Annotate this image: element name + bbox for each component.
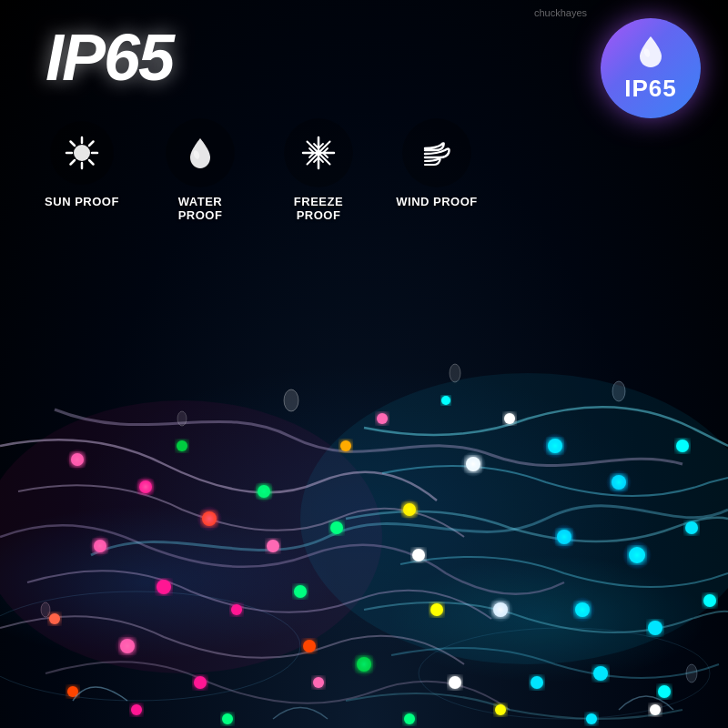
ip65-badge-text: IP65 xyxy=(624,75,677,103)
wind-icon xyxy=(418,134,456,172)
svg-point-57 xyxy=(504,413,515,424)
svg-line-80 xyxy=(71,160,76,165)
svg-line-79 xyxy=(89,142,94,147)
svg-point-58 xyxy=(313,677,324,688)
svg-line-77 xyxy=(71,142,76,147)
svg-point-33 xyxy=(460,451,486,477)
feature-water-label: WATER PROOF xyxy=(155,195,246,222)
svg-point-39 xyxy=(542,433,568,459)
svg-point-19 xyxy=(231,604,242,615)
svg-point-11 xyxy=(89,535,111,557)
feature-wind-label: WIND PROOF xyxy=(396,195,478,208)
svg-point-66 xyxy=(450,364,460,382)
feature-circle-sun xyxy=(47,118,116,187)
feature-freeze-label: FREEZE PROOF xyxy=(273,195,364,222)
svg-point-9 xyxy=(197,506,222,531)
svg-point-24 xyxy=(177,440,187,451)
svg-point-34 xyxy=(412,549,425,561)
svg-point-31 xyxy=(430,603,443,616)
ip65-badge: IP65 xyxy=(601,18,701,118)
svg-point-27 xyxy=(351,652,377,677)
feature-freeze: FREEZE PROOF xyxy=(273,118,364,222)
svg-point-20 xyxy=(303,640,316,652)
svg-point-49 xyxy=(570,597,595,622)
feature-circle-freeze xyxy=(284,118,353,187)
top-area: IP65 chuckhayes IP65 xyxy=(0,0,728,264)
svg-point-50 xyxy=(648,621,662,635)
svg-point-41 xyxy=(606,470,632,495)
snowflake-icon xyxy=(299,134,338,172)
watermark: chuckhayes xyxy=(534,7,587,18)
feature-circle-water xyxy=(166,118,235,187)
svg-point-64 xyxy=(222,713,233,724)
svg-line-78 xyxy=(89,160,94,165)
svg-point-30 xyxy=(340,440,351,451)
svg-point-59 xyxy=(404,713,415,724)
svg-point-53 xyxy=(658,685,671,698)
svg-point-68 xyxy=(177,411,187,426)
svg-point-56 xyxy=(441,396,450,405)
sun-icon xyxy=(63,134,101,172)
svg-point-13 xyxy=(49,613,60,624)
svg-point-86 xyxy=(316,150,321,156)
svg-point-7 xyxy=(135,476,157,498)
svg-point-62 xyxy=(650,704,661,715)
ip65-title: IP65 xyxy=(46,20,173,95)
svg-point-63 xyxy=(131,704,142,715)
svg-point-60 xyxy=(495,704,506,715)
feature-sun-label: SUN PROOF xyxy=(45,195,119,208)
features-row: SUN PROOF WATER PROOF xyxy=(36,118,482,222)
feature-circle-wind xyxy=(402,118,471,187)
svg-point-12 xyxy=(157,580,171,594)
svg-point-65 xyxy=(284,389,298,411)
svg-point-22 xyxy=(253,480,275,502)
svg-point-42 xyxy=(676,440,689,452)
feature-water: WATER PROOF xyxy=(155,118,246,222)
svg-point-5 xyxy=(66,449,88,470)
svg-point-51 xyxy=(703,594,716,607)
svg-point-55 xyxy=(377,413,388,424)
svg-point-54 xyxy=(531,676,543,689)
feature-sun: SUN PROOF xyxy=(36,118,127,208)
svg-point-47 xyxy=(685,521,698,534)
svg-point-46 xyxy=(622,541,652,570)
svg-point-61 xyxy=(586,713,597,724)
water-drop-feature-icon xyxy=(181,134,219,172)
svg-point-36 xyxy=(488,597,513,622)
svg-point-70 xyxy=(41,602,50,617)
svg-point-69 xyxy=(686,664,697,682)
lights-area xyxy=(0,264,728,728)
svg-point-23 xyxy=(330,521,343,534)
svg-point-52 xyxy=(593,666,608,681)
svg-point-44 xyxy=(551,524,577,550)
svg-point-72 xyxy=(74,145,90,161)
svg-point-16 xyxy=(194,676,207,689)
svg-point-67 xyxy=(612,381,625,401)
svg-point-15 xyxy=(115,633,140,659)
feature-wind: WIND PROOF xyxy=(391,118,482,208)
svg-point-25 xyxy=(294,585,307,598)
main-scene: IP65 chuckhayes IP65 xyxy=(0,0,728,728)
svg-point-18 xyxy=(267,540,279,552)
svg-point-37 xyxy=(449,676,461,689)
svg-point-29 xyxy=(399,499,420,521)
water-drop-icon xyxy=(636,35,665,69)
